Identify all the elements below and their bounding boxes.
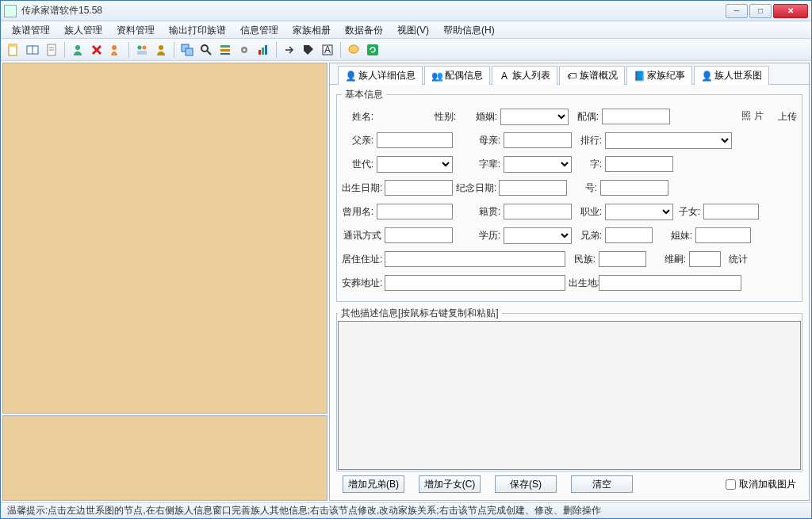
birth-input[interactable] — [385, 180, 453, 196]
menu-genealogy[interactable]: 族谱管理 — [6, 22, 56, 39]
save-button[interactable]: 保存(S) — [495, 475, 557, 493]
status-bar: 温馨提示:点击左边世系图的节点,在右侧族人信息窗口完善族人其他信息;右击该节点修… — [1, 502, 811, 518]
edu-select[interactable] — [504, 227, 572, 244]
memorial-input[interactable] — [499, 180, 567, 196]
zibei-select[interactable] — [504, 156, 572, 173]
preview-panel[interactable] — [2, 415, 327, 501]
tb-chat-icon[interactable] — [346, 42, 362, 58]
menu-data[interactable]: 资料管理 — [110, 22, 161, 39]
zi-input[interactable] — [605, 156, 673, 172]
mother-input[interactable] — [504, 132, 572, 148]
rank-select[interactable] — [605, 132, 732, 149]
tb-file-icon[interactable] — [6, 42, 21, 58]
basic-legend: 基本信息 — [342, 88, 386, 101]
svg-point-7 — [75, 45, 80, 50]
maximize-button[interactable]: □ — [749, 4, 772, 18]
tb-chart-icon[interactable] — [255, 42, 271, 58]
job-select[interactable] — [605, 204, 673, 220]
menu-backup[interactable]: 数据备份 — [339, 22, 389, 39]
lbl-sister: 姐妹: — [668, 229, 692, 242]
father-input[interactable] — [377, 132, 453, 148]
sister-input[interactable] — [695, 227, 751, 243]
add-brother-button[interactable]: 增加兄弟(B) — [343, 475, 404, 493]
former-input[interactable] — [377, 204, 453, 219]
tb-list-icon[interactable] — [217, 42, 233, 58]
toolbar: A — [1, 39, 811, 61]
svg-point-21 — [243, 48, 246, 51]
upload-link[interactable]: 上传 — [778, 110, 797, 124]
clear-button[interactable]: 清空 — [571, 475, 633, 493]
tb-cascade-icon[interactable] — [179, 42, 195, 58]
cancel-load-checkbox[interactable]: 取消加载图片 — [726, 478, 796, 491]
native-input[interactable] — [504, 204, 572, 219]
lbl-job: 职业: — [575, 205, 602, 219]
tb-couple-icon[interactable] — [134, 42, 150, 58]
lbl-photo: 照 片 — [730, 109, 775, 124]
book-icon: 📘 — [634, 71, 645, 82]
tree-panel[interactable] — [2, 63, 327, 414]
tb-search-icon[interactable] — [198, 42, 214, 58]
gen-select[interactable] — [377, 156, 453, 173]
tb-doc-icon[interactable] — [44, 42, 59, 58]
button-row: 增加兄弟(B) 增加子女(C) 保存(S) 清空 取消加载图片 — [336, 471, 802, 497]
tag-icon: 🏷 — [566, 71, 577, 82]
children-input[interactable] — [703, 204, 759, 219]
tab-strip: 👤族人详细信息 👥配偶信息 A族人列表 🏷族谱概况 📘家族纪事 👤族人世系图 — [330, 63, 809, 84]
add-child-button[interactable]: 增加子女(C) — [419, 475, 481, 493]
brother-input[interactable] — [605, 227, 653, 243]
addr-input[interactable] — [385, 251, 565, 267]
tab-list[interactable]: A族人列表 — [492, 66, 557, 85]
lbl-birthplace: 出生地址: — [569, 278, 596, 288]
menu-view[interactable]: 视图(V) — [391, 22, 435, 39]
menu-print[interactable]: 输出打印族谱 — [163, 22, 232, 39]
marriage-select[interactable] — [500, 109, 569, 125]
menu-help[interactable]: 帮助信息(H) — [437, 22, 501, 39]
menu-info[interactable]: 信息管理 — [234, 22, 285, 39]
lbl-hao: 号: — [570, 181, 597, 195]
lbl-heir: 维嗣: — [662, 253, 686, 266]
window-controls: ─ □ ✕ — [726, 4, 808, 18]
tb-tag-icon[interactable] — [301, 42, 316, 58]
tb-font-icon[interactable]: A — [320, 42, 335, 58]
hao-input[interactable] — [600, 180, 668, 196]
tree-icon: 👤 — [701, 71, 712, 82]
menu-member[interactable]: 族人管理 — [58, 22, 109, 39]
tb-delete-icon[interactable] — [89, 42, 105, 58]
nation-input[interactable] — [599, 251, 646, 267]
cancel-load-check[interactable] — [726, 479, 736, 490]
tb-person2-icon[interactable] — [153, 42, 169, 58]
lbl-brother: 兄弟: — [575, 229, 602, 242]
tb-gear-icon[interactable] — [236, 42, 252, 58]
menu-album[interactable]: 家族相册 — [286, 22, 337, 39]
svg-point-9 — [138, 45, 142, 49]
svg-rect-24 — [265, 45, 267, 55]
spouse-input[interactable] — [602, 109, 670, 124]
tb-export-icon[interactable] — [282, 42, 297, 58]
titlebar: 传承家谱软件15.58 ─ □ ✕ — [1, 1, 811, 21]
tb-book-icon[interactable] — [25, 42, 40, 58]
lbl-spouse: 配偶: — [572, 110, 599, 124]
list-icon: A — [499, 71, 510, 82]
tab-chart[interactable]: 👤族人世系图 — [694, 66, 769, 85]
tab-detail[interactable]: 👤族人详细信息 — [338, 66, 423, 85]
svg-rect-23 — [262, 48, 264, 55]
lbl-addr: 居住住址: — [342, 253, 381, 266]
tb-person-icon[interactable] — [70, 42, 86, 58]
heir-input[interactable] — [689, 251, 721, 267]
minimize-button[interactable]: ─ — [726, 4, 748, 18]
contact-input[interactable] — [385, 227, 453, 243]
lbl-father: 父亲: — [342, 134, 373, 147]
close-button[interactable]: ✕ — [773, 4, 808, 18]
tab-overview[interactable]: 🏷族谱概况 — [559, 66, 625, 85]
birthplace-input[interactable] — [599, 275, 741, 291]
tab-body: 基本信息 姓名: 性别: 婚姻: 配偶: 照 片 上传 — [330, 84, 809, 500]
tb-edit-person-icon[interactable] — [108, 42, 124, 58]
desc-textarea[interactable] — [338, 321, 801, 470]
tab-spouse[interactable]: 👥配偶信息 — [424, 66, 490, 85]
tb-refresh-icon[interactable] — [365, 42, 381, 58]
main-area: 👤族人详细信息 👥配偶信息 A族人列表 🏷族谱概况 📘家族纪事 👤族人世系图 基… — [1, 61, 811, 502]
desc-group: 其他描述信息[按鼠标右键复制和粘贴] — [336, 307, 802, 471]
app-window: 传承家谱软件15.58 ─ □ ✕ 族谱管理 族人管理 资料管理 输出打印族谱 … — [0, 0, 812, 519]
bury-input[interactable] — [385, 275, 565, 291]
tab-events[interactable]: 📘家族纪事 — [626, 66, 692, 85]
